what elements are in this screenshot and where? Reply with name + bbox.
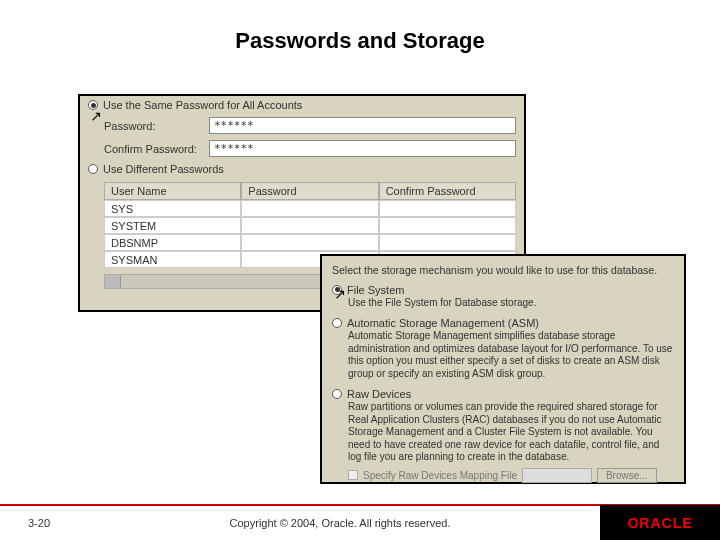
same-password-label: Use the Same Password for All Accounts: [103, 99, 302, 111]
raw-devices-desc: Raw partitions or volumes can provide th…: [348, 401, 674, 464]
confirm-password-input[interactable]: ******: [209, 140, 516, 157]
mapping-file-input[interactable]: [522, 468, 592, 483]
file-system-desc: Use the File System for Database storage…: [348, 297, 674, 310]
oracle-logo: ORACLE: [600, 505, 720, 540]
file-system-label: File System: [347, 284, 404, 296]
page-title: Passwords and Storage: [0, 0, 720, 54]
specify-mapping-label: Specify Raw Devices Mapping File: [363, 470, 517, 481]
same-password-radio[interactable]: [88, 100, 98, 110]
storage-intro: Select the storage mechanism you would l…: [322, 256, 684, 282]
specify-mapping-checkbox[interactable]: [348, 470, 358, 480]
cell-confirm[interactable]: [379, 200, 516, 217]
cell-username: SYS: [104, 200, 241, 217]
confirm-password-label: Confirm Password:: [104, 143, 209, 155]
cell-confirm[interactable]: [379, 217, 516, 234]
footer: 3-20 Copyright © 2004, Oracle. All right…: [0, 504, 720, 540]
file-system-radio[interactable]: [332, 285, 342, 295]
cell-password[interactable]: [241, 234, 378, 251]
storage-panel: Select the storage mechanism you would l…: [320, 254, 686, 484]
table-row: DBSNMP: [104, 234, 516, 251]
browse-button[interactable]: Browse...: [597, 468, 657, 483]
th-password: Password: [241, 182, 378, 200]
table-row: SYS: [104, 200, 516, 217]
copyright-text: Copyright © 2004, Oracle. All rights res…: [80, 517, 600, 529]
different-passwords-radio[interactable]: [88, 164, 98, 174]
asm-desc: Automatic Storage Management simplifies …: [348, 330, 674, 380]
cell-username: SYSTEM: [104, 217, 241, 234]
cell-username: SYSMAN: [104, 251, 241, 268]
table-row: SYSTEM: [104, 217, 516, 234]
different-passwords-label: Use Different Passwords: [103, 163, 224, 175]
asm-radio[interactable]: [332, 318, 342, 328]
raw-devices-radio[interactable]: [332, 389, 342, 399]
th-confirm: Confirm Password: [379, 182, 516, 200]
asm-label: Automatic Storage Management (ASM): [347, 317, 539, 329]
cell-confirm[interactable]: [379, 234, 516, 251]
password-label: Password:: [104, 120, 209, 132]
raw-devices-label: Raw Devices: [347, 388, 411, 400]
page-number: 3-20: [0, 517, 80, 529]
cell-password[interactable]: [241, 217, 378, 234]
password-input[interactable]: ******: [209, 117, 516, 134]
cell-password[interactable]: [241, 200, 378, 217]
cell-username: DBSNMP: [104, 234, 241, 251]
th-username: User Name: [104, 182, 241, 200]
